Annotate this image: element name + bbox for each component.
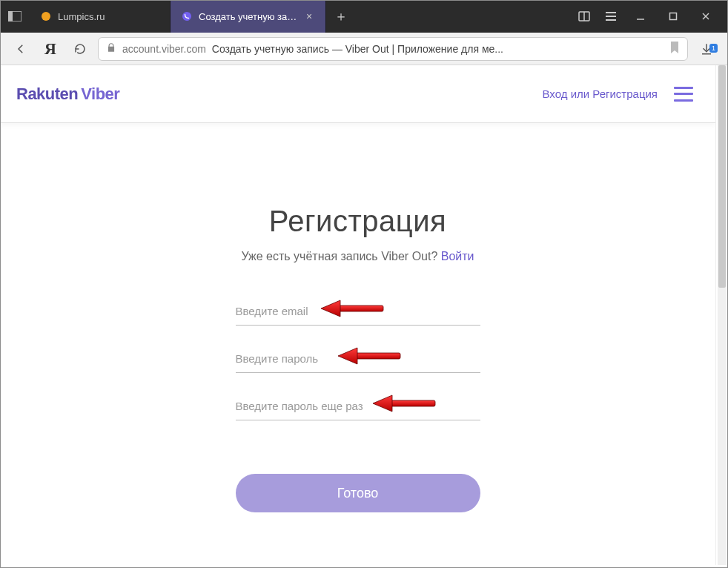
yandex-logo-icon[interactable]: Я xyxy=(39,39,62,59)
viber-icon xyxy=(181,10,193,22)
page-content: Регистрация Уже есть учётная запись Vibe… xyxy=(0,123,715,512)
tab-title: Lumpics.ru xyxy=(58,11,159,22)
password-field[interactable] xyxy=(236,346,480,373)
signup-form: Готово xyxy=(236,299,480,512)
svg-point-2 xyxy=(42,12,50,21)
globe-icon xyxy=(40,10,52,22)
site-header: Rakuten Viber Вход или Регистрация xyxy=(0,65,715,123)
browser-title-bar: Lumpics.ru Создать учетную запис… × ＋ xyxy=(0,0,728,33)
brand-part-rakuten: Rakuten xyxy=(16,85,78,104)
subtitle-text: Уже есть учётная запись Viber Out? xyxy=(241,250,440,262)
lock-icon xyxy=(106,42,116,55)
tab-viber-signup[interactable]: Создать учетную запис… × xyxy=(171,0,326,33)
reader-mode-icon[interactable] xyxy=(571,0,598,33)
url-page-title: Создать учетную запись — Viber Out | При… xyxy=(212,43,503,55)
brand-part-viber: Viber xyxy=(81,85,119,104)
tab-lumpics[interactable]: Lumpics.ru xyxy=(30,0,171,33)
reload-button[interactable] xyxy=(68,37,92,61)
tab-title: Создать учетную запис… xyxy=(199,11,297,22)
page-viewport: Rakuten Viber Вход или Регистрация Регис… xyxy=(0,65,716,565)
submit-button[interactable]: Готово xyxy=(236,474,480,512)
downloads-badge: 1 xyxy=(709,44,718,53)
menu-icon[interactable] xyxy=(598,0,624,33)
email-field[interactable] xyxy=(236,299,480,326)
window-maximize-button[interactable] xyxy=(657,0,689,33)
password-confirm-field[interactable] xyxy=(236,394,480,420)
tab-strip: Lumpics.ru Создать учетную запис… × xyxy=(30,0,326,33)
brand-logo[interactable]: Rakuten Viber xyxy=(16,85,119,104)
password-field-wrapper xyxy=(236,346,480,373)
signin-link[interactable]: Вход или Регистрация xyxy=(543,87,658,100)
address-bar: Я account.viber.com Создать учетную запи… xyxy=(0,33,728,65)
svg-rect-1 xyxy=(8,11,13,22)
vertical-scrollbar[interactable] xyxy=(718,65,727,565)
sidebar-toggle-icon[interactable] xyxy=(0,0,30,33)
svg-point-3 xyxy=(182,12,191,21)
page-subtitle: Уже есть учётная запись Viber Out? Войти xyxy=(241,250,474,263)
url-domain: account.viber.com xyxy=(122,43,206,55)
window-close-button[interactable] xyxy=(689,0,722,33)
login-link[interactable]: Войти xyxy=(441,250,474,262)
new-tab-button[interactable]: ＋ xyxy=(326,0,356,33)
page-title: Регистрация xyxy=(269,205,446,238)
back-button[interactable] xyxy=(9,37,33,61)
close-icon[interactable]: × xyxy=(303,10,315,22)
window-minimize-button[interactable] xyxy=(624,0,657,33)
downloads-button[interactable]: 1 xyxy=(694,42,719,56)
email-field-wrapper xyxy=(236,299,480,326)
hamburger-menu-icon[interactable] xyxy=(674,87,693,102)
bookmark-icon[interactable] xyxy=(669,42,680,56)
scrollbar-thumb[interactable] xyxy=(718,65,726,288)
url-field[interactable]: account.viber.com Создать учетную запись… xyxy=(98,37,688,61)
svg-rect-10 xyxy=(670,13,677,20)
password-confirm-field-wrapper xyxy=(236,394,480,420)
